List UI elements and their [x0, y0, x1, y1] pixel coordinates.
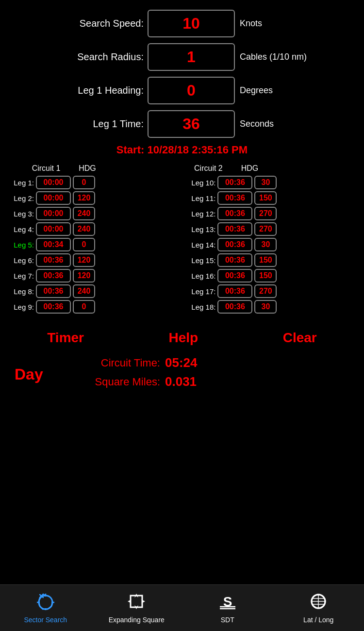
leg15-time: 00:36 [217, 253, 252, 267]
lat-long-icon [309, 593, 328, 614]
circuit2-header: Circuit 2 HDG [189, 164, 357, 173]
table-row: Leg 3: 00:00 240 [7, 207, 175, 220]
leg10-hdg: 30 [254, 176, 277, 189]
leg8-time: 00:36 [36, 284, 71, 298]
leg14-time: 00:36 [217, 238, 252, 251]
nav-sector-search-label: Sector Search [24, 616, 67, 624]
table-row: Leg 16: 00:36 150 [189, 269, 357, 282]
leg9-label: Leg 9: [7, 303, 34, 311]
square-miles-label: Square Miles: [68, 376, 160, 388]
nav-sector-search[interactable]: Sector Search [0, 593, 91, 624]
leg15-hdg: 150 [254, 253, 277, 267]
leg5-hdg: 0 [73, 238, 95, 251]
square-miles-value: 0.031 [165, 374, 197, 389]
leg4-time: 00:00 [36, 222, 71, 236]
table-row: Leg 2: 00:00 120 [7, 191, 175, 205]
leg6-time: 00:36 [36, 253, 71, 267]
leg3-label: Leg 3: [7, 210, 34, 218]
leg18-hdg: 30 [254, 300, 277, 314]
day-label: Day [15, 365, 53, 383]
circuit-time-value: 05:24 [165, 355, 198, 370]
circuit-time-label: Circuit Time: [68, 357, 160, 369]
search-speed-input[interactable] [148, 10, 235, 37]
leg4-hdg: 240 [73, 222, 95, 236]
leg1-heading-unit: Degrees [240, 85, 317, 96]
stats-values: Circuit Time: 05:24 Square Miles: 0.031 [68, 355, 198, 393]
leg16-label: Leg 16: [189, 272, 215, 280]
leg17-label: Leg 17: [189, 287, 215, 296]
table-row: Leg 10: 00:36 30 [189, 176, 357, 189]
leg13-hdg: 270 [254, 222, 277, 236]
leg2-time: 00:00 [36, 191, 71, 205]
leg15-label: Leg 15: [189, 256, 215, 265]
leg14-hdg: 30 [254, 238, 277, 251]
leg14-label: Leg 14: [189, 241, 215, 249]
leg7-time: 00:36 [36, 269, 71, 282]
circuit2-hdg-title: HDG [237, 164, 262, 173]
leg11-time: 00:36 [217, 191, 252, 205]
table-row: Leg 11: 00:36 150 [189, 191, 357, 205]
search-speed-row: Search Speed: Knots [5, 10, 359, 37]
bottom-nav: Sector Search Expanding Square S SDT [0, 584, 364, 631]
nav-sdt[interactable]: S SDT [182, 592, 273, 624]
nav-expanding-square[interactable]: Expanding Square [91, 593, 182, 624]
svg-rect-0 [131, 596, 142, 607]
leg1-time-row: Leg 1 Time: Seconds [5, 110, 359, 138]
leg13-label: Leg 13: [189, 225, 215, 233]
table-row: Leg 4: 00:00 240 [7, 222, 175, 236]
leg7-label: Leg 7: [7, 272, 34, 280]
start-time: Start: 10/28/18 2:35:16 PM [5, 144, 359, 156]
clear-button[interactable]: Clear [273, 325, 327, 350]
table-row: Leg 8: 00:36 240 [7, 284, 175, 298]
nav-lat-long-label: Lat / Long [303, 616, 333, 624]
stats-area: Day Circuit Time: 05:24 Square Miles: 0.… [15, 355, 349, 393]
leg9-hdg: 0 [73, 300, 95, 314]
nav-sdt-label: SDT [221, 616, 234, 624]
leg3-hdg: 240 [73, 207, 95, 220]
leg16-hdg: 150 [254, 269, 277, 282]
circuit1-title: Circuit 1 [27, 164, 66, 173]
table-row: Leg 13: 00:36 270 [189, 222, 357, 236]
table-row: Leg 17: 00:36 270 [189, 284, 357, 298]
table-row: Leg 12: 00:36 270 [189, 207, 357, 220]
nav-lat-long[interactable]: Lat / Long [273, 593, 364, 624]
leg5-label: Leg 5: [7, 241, 34, 249]
leg4-label: Leg 4: [7, 225, 34, 233]
leg2-label: Leg 2: [7, 194, 34, 202]
leg12-label: Leg 12: [189, 210, 215, 218]
search-speed-label: Search Speed: [47, 18, 144, 29]
legs-table-container: Circuit 1 HDG Leg 1: 00:00 0 Leg 2: 00:0… [5, 164, 359, 316]
leg10-label: Leg 10: [189, 179, 215, 187]
leg2-hdg: 120 [73, 191, 95, 205]
leg1-time-input[interactable] [148, 110, 235, 138]
leg18-time: 00:36 [217, 300, 252, 314]
search-radius-input[interactable] [148, 43, 235, 71]
leg16-time: 00:36 [217, 269, 252, 282]
leg1-time: 00:00 [36, 176, 71, 189]
leg18-label: Leg 18: [189, 303, 215, 311]
leg17-hdg: 270 [254, 284, 277, 298]
leg8-label: Leg 8: [7, 287, 34, 296]
leg6-hdg: 120 [73, 253, 95, 267]
leg6-label: Leg 6: [7, 256, 34, 265]
sector-search-icon [36, 593, 55, 614]
search-radius-label: Search Radius: [47, 51, 144, 63]
leg12-hdg: 270 [254, 207, 277, 220]
leg1-heading-input[interactable] [148, 77, 235, 104]
table-row: Leg 7: 00:36 120 [7, 269, 175, 282]
leg8-hdg: 240 [73, 284, 95, 298]
help-button[interactable]: Help [159, 325, 208, 350]
leg1-time-label: Leg 1 Time: [47, 118, 144, 130]
circuit1-header: Circuit 1 HDG [7, 164, 175, 173]
circuit1-table: Circuit 1 HDG Leg 1: 00:00 0 Leg 2: 00:0… [7, 164, 175, 316]
leg1-heading-row: Leg 1 Heading: Degrees [5, 77, 359, 104]
sdt-icon: S [218, 592, 237, 614]
leg12-time: 00:36 [217, 207, 252, 220]
leg1-time-unit: Seconds [240, 119, 317, 129]
table-row: Leg 6: 00:36 120 [7, 253, 175, 267]
timer-button[interactable]: Timer [37, 325, 94, 350]
leg1-heading-label: Leg 1 Heading: [47, 85, 144, 96]
leg11-label: Leg 11: [189, 194, 215, 202]
table-row: Leg 18: 00:36 30 [189, 300, 357, 314]
search-speed-unit: Knots [240, 18, 317, 29]
